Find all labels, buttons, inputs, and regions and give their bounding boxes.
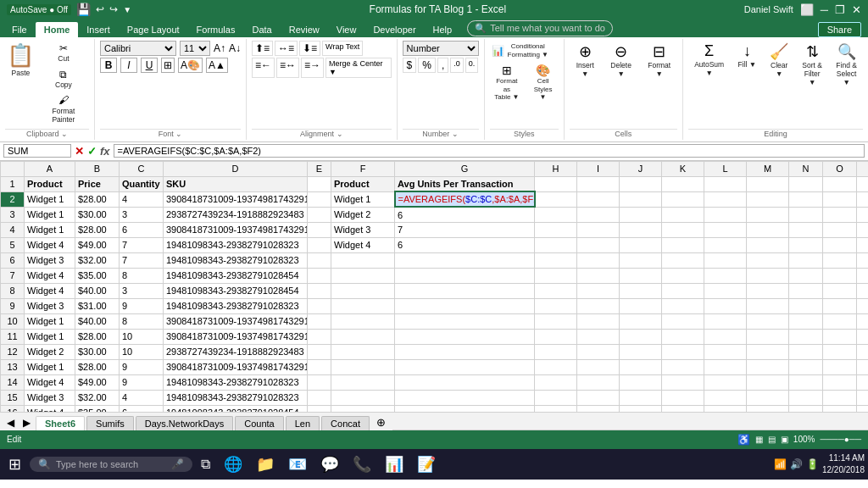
skype-icon[interactable]: 📞 — [348, 451, 376, 478]
cell-14-11[interactable] — [704, 374, 747, 390]
cell-6-9[interactable] — [620, 252, 662, 268]
row-header-4[interactable]: 4 — [1, 222, 25, 237]
cell-2-14[interactable] — [823, 191, 857, 207]
volume-icon[interactable]: 🔊 — [790, 458, 803, 470]
cell-14-4[interactable] — [308, 374, 331, 390]
cell-6-2[interactable]: 7 — [120, 252, 164, 268]
cell-5-9[interactable] — [620, 237, 662, 252]
cell-11-11[interactable] — [704, 329, 747, 344]
row-header-2[interactable]: 2 — [1, 191, 25, 207]
comma-icon[interactable]: , — [437, 58, 448, 73]
col-header-e[interactable]: E — [308, 161, 331, 176]
cell-10-11[interactable] — [704, 313, 747, 329]
cell-4-4[interactable] — [308, 222, 331, 237]
cell-14-7[interactable] — [535, 374, 577, 390]
cell-6-12[interactable] — [747, 252, 789, 268]
cell-13-2[interactable]: 9 — [120, 359, 164, 374]
cell-styles-button[interactable]: 🎨 CellStyles ▼ — [527, 62, 559, 103]
cell-15-5[interactable] — [331, 390, 395, 405]
insert-button[interactable]: ⊕ Insert ▼ — [570, 41, 601, 80]
cell-1-4[interactable] — [308, 176, 331, 191]
cell-11-8[interactable] — [577, 329, 620, 344]
row-header-3[interactable]: 3 — [1, 207, 25, 222]
redo-icon[interactable]: ↪ — [109, 3, 118, 15]
cell-12-6[interactable] — [395, 344, 535, 359]
cell-8-5[interactable] — [331, 283, 395, 298]
cell-9-15[interactable] — [857, 298, 869, 313]
cell-6-1[interactable]: $32.00 — [75, 252, 120, 268]
col-header-b[interactable]: B — [75, 161, 120, 176]
percent-icon[interactable]: % — [418, 58, 436, 73]
cell-16-0[interactable]: Widget 4 — [25, 405, 75, 412]
cell-2-6[interactable]: =AVERAGEIFS($C:$C,$A:$A,$F2) — [395, 191, 535, 207]
tab-developer[interactable]: Developer — [364, 22, 424, 37]
cell-4-7[interactable] — [535, 222, 577, 237]
cell-1-7[interactable] — [535, 176, 577, 191]
cell-16-3[interactable]: 19481098343-29382791028454 — [164, 405, 308, 412]
cell-3-15[interactable] — [857, 207, 869, 222]
fill-button[interactable]: ↓ Fill ▼ — [733, 41, 760, 70]
cell-14-10[interactable] — [662, 374, 704, 390]
cell-3-5[interactable]: Widget 2 — [331, 207, 395, 222]
cell-1-12[interactable] — [747, 176, 789, 191]
cell-13-7[interactable] — [535, 359, 577, 374]
cell-3-8[interactable] — [577, 207, 620, 222]
cell-7-13[interactable] — [789, 268, 823, 283]
col-header-l[interactable]: L — [704, 161, 747, 176]
cell-6-8[interactable] — [577, 252, 620, 268]
cell-16-12[interactable] — [747, 405, 789, 412]
cell-3-4[interactable] — [308, 207, 331, 222]
cell-4-15[interactable] — [857, 222, 869, 237]
cell-8-8[interactable] — [577, 283, 620, 298]
cell-12-12[interactable] — [747, 344, 789, 359]
cell-15-15[interactable] — [857, 390, 869, 405]
row-header-1[interactable]: 1 — [1, 176, 25, 191]
align-middle-icon[interactable]: ↔≡ — [275, 41, 298, 56]
delete-button[interactable]: ⊖ Delete ▼ — [604, 41, 638, 80]
share-button[interactable]: Share — [818, 22, 861, 37]
col-header-f[interactable]: F — [331, 161, 395, 176]
cell-1-5[interactable]: Product — [331, 176, 395, 191]
cell-16-5[interactable] — [331, 405, 395, 412]
cell-4-14[interactable] — [823, 222, 857, 237]
row-header-16[interactable]: 16 — [1, 405, 25, 412]
cell-11-0[interactable]: Widget 1 — [25, 329, 75, 344]
sheet-tab-counta[interactable]: Counta — [235, 416, 283, 430]
cell-14-3[interactable]: 19481098343-29382791028323 — [164, 374, 308, 390]
cell-4-3[interactable]: 3908418731009-19374981743291 — [164, 222, 308, 237]
cell-2-7[interactable] — [535, 191, 577, 207]
cell-8-12[interactable] — [747, 283, 789, 298]
cell-1-8[interactable] — [577, 176, 620, 191]
col-header-g[interactable]: G — [395, 161, 535, 176]
cell-13-11[interactable] — [704, 359, 747, 374]
cell-13-9[interactable] — [620, 359, 662, 374]
formula-check-icon[interactable]: ✓ — [87, 145, 97, 158]
cell-13-3[interactable]: 3908418731009-19374981743291 — [164, 359, 308, 374]
tab-insert[interactable]: Insert — [78, 22, 119, 37]
cell-9-3[interactable]: 19481098343-29382791028323 — [164, 298, 308, 313]
sheet-tab-len[interactable]: Len — [286, 416, 320, 430]
row-header-7[interactable]: 7 — [1, 268, 25, 283]
cell-10-12[interactable] — [747, 313, 789, 329]
cell-7-1[interactable]: $35.00 — [75, 268, 120, 283]
cell-5-1[interactable]: $49.00 — [75, 237, 120, 252]
cell-9-1[interactable]: $31.00 — [75, 298, 120, 313]
tab-data[interactable]: Data — [243, 22, 280, 37]
undo-icon[interactable]: ↩ — [96, 3, 104, 15]
format-painter-button[interactable]: 🖌Format Painter — [38, 92, 89, 125]
cell-2-10[interactable] — [662, 191, 704, 207]
cell-2-12[interactable] — [747, 191, 789, 207]
align-right-icon[interactable]: ≡→ — [301, 58, 324, 78]
cell-5-11[interactable] — [704, 237, 747, 252]
tab-file[interactable]: File — [3, 22, 36, 37]
cell-15-0[interactable]: Widget 3 — [25, 390, 75, 405]
cell-6-4[interactable] — [308, 252, 331, 268]
cell-6-3[interactable]: 19481098343-29382791028323 — [164, 252, 308, 268]
cell-3-1[interactable]: $30.00 — [75, 207, 120, 222]
folder-icon[interactable]: 📁 — [251, 451, 280, 478]
underline-button[interactable]: U — [141, 58, 158, 73]
cell-1-10[interactable] — [662, 176, 704, 191]
cell-9-11[interactable] — [704, 298, 747, 313]
taskbar-search-box[interactable]: 🔍 🎤 — [30, 457, 192, 472]
cell-2-1[interactable]: $28.00 — [75, 191, 120, 207]
